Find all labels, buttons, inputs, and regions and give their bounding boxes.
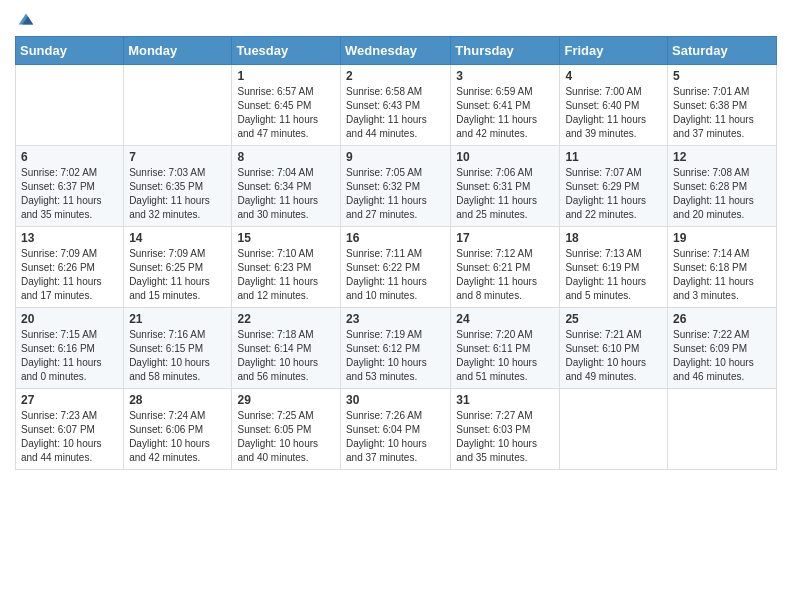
calendar-cell: 13Sunrise: 7:09 AM Sunset: 6:26 PM Dayli…	[16, 227, 124, 308]
calendar-week-row: 20Sunrise: 7:15 AM Sunset: 6:16 PM Dayli…	[16, 308, 777, 389]
day-number: 11	[565, 150, 662, 164]
day-info: Sunrise: 7:14 AM Sunset: 6:18 PM Dayligh…	[673, 247, 771, 303]
calendar-cell: 12Sunrise: 7:08 AM Sunset: 6:28 PM Dayli…	[668, 146, 777, 227]
calendar-cell: 11Sunrise: 7:07 AM Sunset: 6:29 PM Dayli…	[560, 146, 668, 227]
calendar-cell: 24Sunrise: 7:20 AM Sunset: 6:11 PM Dayli…	[451, 308, 560, 389]
day-info: Sunrise: 6:58 AM Sunset: 6:43 PM Dayligh…	[346, 85, 445, 141]
day-number: 24	[456, 312, 554, 326]
day-number: 26	[673, 312, 771, 326]
day-info: Sunrise: 7:11 AM Sunset: 6:22 PM Dayligh…	[346, 247, 445, 303]
day-number: 16	[346, 231, 445, 245]
day-info: Sunrise: 7:09 AM Sunset: 6:26 PM Dayligh…	[21, 247, 118, 303]
day-number: 3	[456, 69, 554, 83]
day-number: 25	[565, 312, 662, 326]
calendar-cell: 5Sunrise: 7:01 AM Sunset: 6:38 PM Daylig…	[668, 65, 777, 146]
calendar-weekday-saturday: Saturday	[668, 37, 777, 65]
day-info: Sunrise: 7:21 AM Sunset: 6:10 PM Dayligh…	[565, 328, 662, 384]
calendar-cell: 31Sunrise: 7:27 AM Sunset: 6:03 PM Dayli…	[451, 389, 560, 470]
day-info: Sunrise: 7:26 AM Sunset: 6:04 PM Dayligh…	[346, 409, 445, 465]
day-info: Sunrise: 7:15 AM Sunset: 6:16 PM Dayligh…	[21, 328, 118, 384]
day-info: Sunrise: 7:10 AM Sunset: 6:23 PM Dayligh…	[237, 247, 335, 303]
day-info: Sunrise: 7:18 AM Sunset: 6:14 PM Dayligh…	[237, 328, 335, 384]
day-info: Sunrise: 7:24 AM Sunset: 6:06 PM Dayligh…	[129, 409, 226, 465]
calendar-weekday-sunday: Sunday	[16, 37, 124, 65]
calendar-cell: 9Sunrise: 7:05 AM Sunset: 6:32 PM Daylig…	[341, 146, 451, 227]
calendar-weekday-monday: Monday	[124, 37, 232, 65]
calendar-cell: 1Sunrise: 6:57 AM Sunset: 6:45 PM Daylig…	[232, 65, 341, 146]
calendar-cell: 16Sunrise: 7:11 AM Sunset: 6:22 PM Dayli…	[341, 227, 451, 308]
logo	[15, 10, 35, 28]
calendar-cell: 29Sunrise: 7:25 AM Sunset: 6:05 PM Dayli…	[232, 389, 341, 470]
day-number: 10	[456, 150, 554, 164]
logo-icon	[17, 10, 35, 28]
calendar-cell: 18Sunrise: 7:13 AM Sunset: 6:19 PM Dayli…	[560, 227, 668, 308]
calendar-cell: 3Sunrise: 6:59 AM Sunset: 6:41 PM Daylig…	[451, 65, 560, 146]
calendar-cell: 10Sunrise: 7:06 AM Sunset: 6:31 PM Dayli…	[451, 146, 560, 227]
calendar-cell: 19Sunrise: 7:14 AM Sunset: 6:18 PM Dayli…	[668, 227, 777, 308]
day-info: Sunrise: 7:01 AM Sunset: 6:38 PM Dayligh…	[673, 85, 771, 141]
calendar-cell: 25Sunrise: 7:21 AM Sunset: 6:10 PM Dayli…	[560, 308, 668, 389]
calendar-cell	[560, 389, 668, 470]
calendar-weekday-thursday: Thursday	[451, 37, 560, 65]
day-number: 4	[565, 69, 662, 83]
day-info: Sunrise: 7:06 AM Sunset: 6:31 PM Dayligh…	[456, 166, 554, 222]
calendar-header-row: SundayMondayTuesdayWednesdayThursdayFrid…	[16, 37, 777, 65]
calendar-cell: 8Sunrise: 7:04 AM Sunset: 6:34 PM Daylig…	[232, 146, 341, 227]
calendar-week-row: 27Sunrise: 7:23 AM Sunset: 6:07 PM Dayli…	[16, 389, 777, 470]
day-number: 15	[237, 231, 335, 245]
day-info: Sunrise: 7:20 AM Sunset: 6:11 PM Dayligh…	[456, 328, 554, 384]
day-info: Sunrise: 7:19 AM Sunset: 6:12 PM Dayligh…	[346, 328, 445, 384]
calendar-cell: 14Sunrise: 7:09 AM Sunset: 6:25 PM Dayli…	[124, 227, 232, 308]
day-number: 5	[673, 69, 771, 83]
day-info: Sunrise: 7:00 AM Sunset: 6:40 PM Dayligh…	[565, 85, 662, 141]
calendar-week-row: 13Sunrise: 7:09 AM Sunset: 6:26 PM Dayli…	[16, 227, 777, 308]
day-info: Sunrise: 7:09 AM Sunset: 6:25 PM Dayligh…	[129, 247, 226, 303]
calendar-cell: 21Sunrise: 7:16 AM Sunset: 6:15 PM Dayli…	[124, 308, 232, 389]
calendar-cell: 17Sunrise: 7:12 AM Sunset: 6:21 PM Dayli…	[451, 227, 560, 308]
calendar-cell: 27Sunrise: 7:23 AM Sunset: 6:07 PM Dayli…	[16, 389, 124, 470]
day-info: Sunrise: 6:59 AM Sunset: 6:41 PM Dayligh…	[456, 85, 554, 141]
calendar-cell: 4Sunrise: 7:00 AM Sunset: 6:40 PM Daylig…	[560, 65, 668, 146]
calendar-cell	[668, 389, 777, 470]
calendar-cell: 22Sunrise: 7:18 AM Sunset: 6:14 PM Dayli…	[232, 308, 341, 389]
day-info: Sunrise: 7:05 AM Sunset: 6:32 PM Dayligh…	[346, 166, 445, 222]
day-number: 23	[346, 312, 445, 326]
day-number: 29	[237, 393, 335, 407]
day-info: Sunrise: 7:03 AM Sunset: 6:35 PM Dayligh…	[129, 166, 226, 222]
calendar-cell: 26Sunrise: 7:22 AM Sunset: 6:09 PM Dayli…	[668, 308, 777, 389]
calendar-cell: 2Sunrise: 6:58 AM Sunset: 6:43 PM Daylig…	[341, 65, 451, 146]
calendar-table: SundayMondayTuesdayWednesdayThursdayFrid…	[15, 36, 777, 470]
calendar-cell: 20Sunrise: 7:15 AM Sunset: 6:16 PM Dayli…	[16, 308, 124, 389]
calendar-cell: 23Sunrise: 7:19 AM Sunset: 6:12 PM Dayli…	[341, 308, 451, 389]
day-number: 1	[237, 69, 335, 83]
day-number: 20	[21, 312, 118, 326]
day-number: 12	[673, 150, 771, 164]
day-number: 17	[456, 231, 554, 245]
day-info: Sunrise: 7:02 AM Sunset: 6:37 PM Dayligh…	[21, 166, 118, 222]
day-info: Sunrise: 7:22 AM Sunset: 6:09 PM Dayligh…	[673, 328, 771, 384]
calendar-cell: 30Sunrise: 7:26 AM Sunset: 6:04 PM Dayli…	[341, 389, 451, 470]
day-number: 8	[237, 150, 335, 164]
day-number: 6	[21, 150, 118, 164]
day-number: 18	[565, 231, 662, 245]
day-info: Sunrise: 7:08 AM Sunset: 6:28 PM Dayligh…	[673, 166, 771, 222]
calendar-weekday-friday: Friday	[560, 37, 668, 65]
day-info: Sunrise: 7:25 AM Sunset: 6:05 PM Dayligh…	[237, 409, 335, 465]
day-info: Sunrise: 7:16 AM Sunset: 6:15 PM Dayligh…	[129, 328, 226, 384]
calendar-cell: 6Sunrise: 7:02 AM Sunset: 6:37 PM Daylig…	[16, 146, 124, 227]
day-number: 2	[346, 69, 445, 83]
day-info: Sunrise: 7:27 AM Sunset: 6:03 PM Dayligh…	[456, 409, 554, 465]
day-info: Sunrise: 7:07 AM Sunset: 6:29 PM Dayligh…	[565, 166, 662, 222]
day-number: 22	[237, 312, 335, 326]
day-info: Sunrise: 7:23 AM Sunset: 6:07 PM Dayligh…	[21, 409, 118, 465]
day-number: 21	[129, 312, 226, 326]
day-number: 28	[129, 393, 226, 407]
calendar-weekday-wednesday: Wednesday	[341, 37, 451, 65]
day-info: Sunrise: 7:04 AM Sunset: 6:34 PM Dayligh…	[237, 166, 335, 222]
calendar-cell: 28Sunrise: 7:24 AM Sunset: 6:06 PM Dayli…	[124, 389, 232, 470]
calendar-week-row: 1Sunrise: 6:57 AM Sunset: 6:45 PM Daylig…	[16, 65, 777, 146]
day-info: Sunrise: 6:57 AM Sunset: 6:45 PM Dayligh…	[237, 85, 335, 141]
calendar-cell	[124, 65, 232, 146]
calendar-week-row: 6Sunrise: 7:02 AM Sunset: 6:37 PM Daylig…	[16, 146, 777, 227]
day-number: 31	[456, 393, 554, 407]
